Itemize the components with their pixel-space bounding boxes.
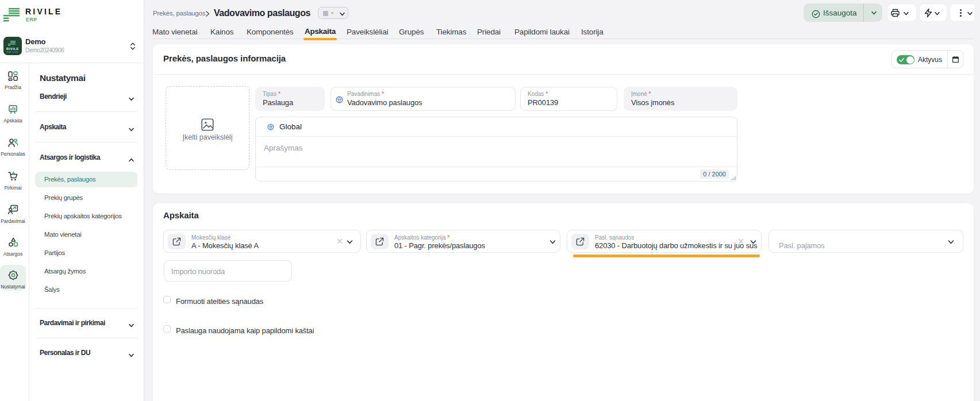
svg-text:RIVILE: RIVILE bbox=[6, 47, 19, 51]
svg-text:ERP LOGO: ERP LOGO bbox=[7, 51, 18, 53]
